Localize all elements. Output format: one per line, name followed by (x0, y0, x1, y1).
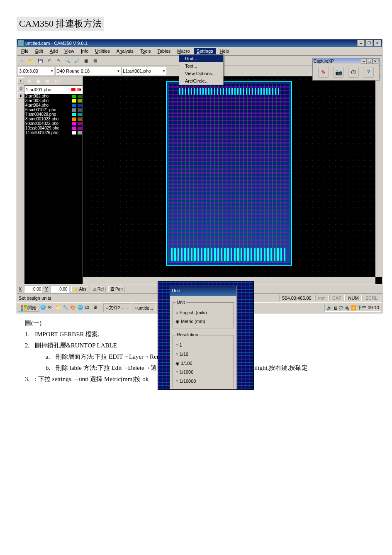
restore-button[interactable]: ❐ (365, 40, 373, 46)
layer-row[interactable]: 7:sm004028.pho (24, 112, 83, 117)
unit-metric-radio[interactable]: ◉ Metric (mm) (175, 317, 231, 326)
tray-icon4[interactable]: 🔌 (344, 305, 350, 311)
menu-text[interactable]: Text... (179, 62, 223, 70)
menu-file[interactable]: File (19, 48, 31, 54)
tool-zoom-in-icon[interactable]: 🔍 (63, 56, 72, 65)
menu-add[interactable]: Add (47, 48, 61, 54)
capturexp-window[interactable]: CaptureXP ‒ ❐ ✕ ✎ 📷 ⏱ ? (312, 58, 380, 81)
pencil-icon[interactable]: ✎ (318, 67, 329, 78)
camera-icon[interactable]: 📷 (333, 67, 344, 78)
side-arrow-icon[interactable]: ▸ (17, 77, 24, 84)
close-button[interactable]: ✕ (374, 40, 381, 46)
side-tool1-icon[interactable]: ▯ (17, 85, 24, 91)
help-icon[interactable]: ? (363, 67, 374, 78)
res-100-radio[interactable]: ◉ 1/100 (175, 359, 231, 368)
active-layer-select[interactable]: L1:art001.pho (122, 67, 166, 75)
capturexp-minimize-button[interactable]: ‒ (361, 59, 367, 64)
layer-name: 6:sm001021.pho (25, 108, 70, 112)
layer-row[interactable]: 4:art004.pho (24, 103, 83, 108)
res-1-radio[interactable]: ○ 1 (175, 341, 231, 350)
status-scrl: SCRL (363, 295, 380, 301)
menu-help[interactable]: Help (217, 48, 232, 54)
tool-zoom-out-icon[interactable]: 🔎 (73, 56, 81, 65)
quick-folder-icon[interactable]: 📁 (55, 305, 62, 311)
pan-button[interactable]: 🖼Pan (108, 286, 125, 292)
menu-tools[interactable]: Tools (138, 48, 153, 54)
x-input[interactable] (24, 285, 42, 293)
y-input[interactable] (51, 285, 69, 293)
layer-row[interactable]: 2:art002.pho (24, 94, 83, 98)
layer-close-icon[interactable]: ▢ (52, 77, 61, 85)
unit-group-label: Unit (175, 298, 186, 307)
layer-row[interactable]: 11:sst001026.pho (24, 130, 83, 135)
titlebar: untitled.cam - CAM350 V 9.0.1 ‒ ❐ ✕ (17, 39, 382, 47)
coord-select[interactable]: 3.00:3.00 (18, 67, 54, 75)
start-button[interactable]: 開始 (18, 304, 39, 312)
rel-button[interactable]: ⚠Rel (91, 286, 106, 292)
menu-edit[interactable]: Edit (33, 48, 46, 54)
layer-row[interactable]: 3:art003.pho (24, 98, 83, 103)
status-coord: 504.00:465.00 (279, 295, 314, 301)
capturexp-restore-button[interactable]: ❐ (367, 59, 373, 64)
menu-settings[interactable]: Settings (194, 48, 216, 54)
layer-add-icon[interactable]: ✚ (25, 77, 33, 85)
res-1000-radio[interactable]: ○ 1/1000 (175, 368, 231, 377)
taskbar-button[interactable]: ▫untitle... (132, 303, 156, 312)
taskbar-button[interactable]: ▫文件2 - ... (103, 303, 131, 312)
tool-grid-icon[interactable]: ▦ (82, 56, 90, 65)
quick-app3-icon[interactable]: 🌐 (78, 305, 84, 311)
layer-name: 10:ssb004029.pho (25, 126, 70, 130)
tool-save-icon[interactable]: 💾 (36, 56, 44, 65)
layer-open-icon[interactable]: ▣ (34, 77, 42, 85)
layer-row[interactable]: 1:art001.pho (24, 86, 83, 94)
menu-info[interactable]: Info (78, 48, 91, 54)
menu-tables[interactable]: Tables (155, 48, 173, 54)
layer-name: 3:art003.pho (25, 98, 70, 103)
capturexp-close-button[interactable]: ✕ (373, 59, 378, 64)
menu-view[interactable]: View (62, 48, 77, 54)
quick-mail-icon[interactable]: ✉ (48, 305, 54, 311)
layer-row[interactable]: 10:ssb004029.pho (24, 126, 83, 130)
tray-icon5[interactable]: 📶 (351, 305, 356, 311)
menu-utilities[interactable]: Utilities (93, 48, 112, 54)
vertical-scrollbar[interactable] (375, 76, 382, 277)
tray-icon2[interactable]: 🖥 (333, 306, 338, 311)
timer-icon[interactable]: ⏱ (348, 67, 359, 78)
quick-ie-icon[interactable]: 🌐 (40, 305, 47, 311)
tool-new-icon[interactable]: ▫ (18, 56, 26, 65)
layer-row[interactable]: 9:smd004022.pho (24, 121, 83, 126)
canvas[interactable] (83, 76, 382, 284)
menu-arc-circle[interactable]: Arc/Circle... (179, 77, 223, 85)
layer-row[interactable]: 8:smd001023.pho (24, 117, 83, 121)
layer-name: 7:sm004028.pho (25, 112, 70, 117)
tray-icon1[interactable]: 🔊 (326, 305, 332, 311)
unit-english-radio[interactable]: ○ English (mils) (175, 308, 231, 318)
menu-macro[interactable]: Macro (175, 48, 192, 54)
quick-app5-icon[interactable]: 🖥 (93, 305, 99, 311)
tool-undo-icon[interactable]: ↶ (45, 56, 54, 65)
layer-book-icon[interactable]: ▥ (43, 77, 51, 85)
menu-analysis[interactable]: Analysis (114, 48, 136, 54)
layer-row[interactable]: 6:sm001021.pho (24, 108, 83, 112)
res-10-radio[interactable]: ○ 1/10 (175, 350, 231, 359)
quick-app4-icon[interactable]: 🗂 (85, 305, 92, 311)
tool-redo-icon[interactable]: ↷ (54, 56, 63, 65)
rel-icon: ⚠ (93, 287, 97, 291)
quick-app1-icon[interactable]: 🔧 (63, 305, 69, 311)
abs-button[interactable]: 📐Abs (71, 286, 88, 292)
capturexp-title: CaptureXP (314, 59, 334, 64)
tool-layers-icon[interactable]: ▤ (91, 56, 99, 65)
minimize-button[interactable]: ‒ (357, 40, 365, 46)
dcode-select[interactable]: D40 Round 0.18 (55, 67, 121, 75)
quick-app2-icon[interactable]: 🎨 (70, 305, 77, 311)
side-tool2-icon[interactable]: ▮ (17, 92, 24, 99)
pan-icon: 🖼 (110, 287, 114, 291)
menu-unit[interactable]: Unit... (179, 55, 223, 62)
step2a-number: a. (46, 351, 56, 362)
layer-color-swatch2 (78, 131, 82, 134)
tray: 🔊 🖥 🛡 🔌 📶 下午 09:10 (324, 304, 381, 312)
res-10000-radio[interactable]: ○ 1/10000 (175, 377, 231, 386)
tray-icon3[interactable]: 🛡 (338, 306, 343, 311)
menu-view-options[interactable]: View Options... (179, 70, 223, 77)
tool-open-icon[interactable]: 📂 (27, 56, 35, 65)
